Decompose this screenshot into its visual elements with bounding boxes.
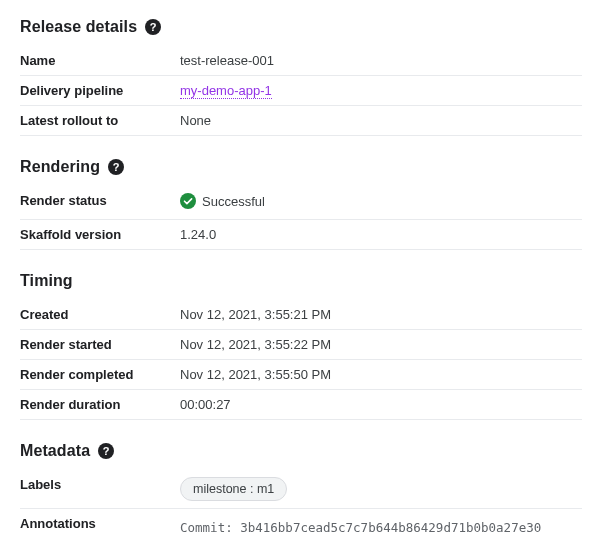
help-icon[interactable]: ?: [98, 443, 114, 459]
timing-title: Timing: [20, 272, 73, 290]
rendering-title: Rendering: [20, 158, 100, 176]
render-completed-value: Nov 12, 2021, 3:55:50 PM: [180, 360, 582, 390]
table-row: Skaffold version 1.24.0: [20, 220, 582, 250]
rendering-section: Rendering ? Render status Successful Ska…: [20, 158, 582, 250]
table-row: Latest rollout to None: [20, 106, 582, 136]
timing-section: Timing Created Nov 12, 2021, 3:55:21 PM …: [20, 272, 582, 420]
metadata-table: Labels milestone : m1 Annotations Commit…: [20, 470, 582, 535]
rendering-header: Rendering ?: [20, 158, 582, 176]
render-status-value: Successful: [202, 194, 265, 209]
release-details-table: Name test-release-001 Delivery pipeline …: [20, 46, 582, 136]
pipeline-link[interactable]: my-demo-app-1: [180, 83, 272, 99]
table-row: Render completed Nov 12, 2021, 3:55:50 P…: [20, 360, 582, 390]
render-started-label: Render started: [20, 330, 180, 360]
created-value: Nov 12, 2021, 3:55:21 PM: [180, 300, 582, 330]
rollout-value: None: [180, 106, 582, 136]
table-row: Delivery pipeline my-demo-app-1: [20, 76, 582, 106]
render-completed-label: Render completed: [20, 360, 180, 390]
skaffold-value: 1.24.0: [180, 220, 582, 250]
help-icon[interactable]: ?: [145, 19, 161, 35]
release-details-header: Release details ?: [20, 18, 582, 36]
table-row: Labels milestone : m1: [20, 470, 582, 509]
metadata-header: Metadata ?: [20, 442, 582, 460]
render-duration-label: Render duration: [20, 390, 180, 420]
help-icon[interactable]: ?: [108, 159, 124, 175]
skaffold-label: Skaffold version: [20, 220, 180, 250]
created-label: Created: [20, 300, 180, 330]
render-started-value: Nov 12, 2021, 3:55:22 PM: [180, 330, 582, 360]
timing-table: Created Nov 12, 2021, 3:55:21 PM Render …: [20, 300, 582, 420]
table-row: Render started Nov 12, 2021, 3:55:22 PM: [20, 330, 582, 360]
name-value: test-release-001: [180, 46, 582, 76]
status-badge: Successful: [180, 193, 265, 209]
name-label: Name: [20, 46, 180, 76]
render-status-label: Render status: [20, 186, 180, 220]
annotations-value: Commit: 3b416bb7cead5c7c7b644b86429d71b0…: [180, 516, 582, 535]
rendering-table: Render status Successful Skaffold versio…: [20, 186, 582, 250]
metadata-title: Metadata: [20, 442, 90, 460]
timing-header: Timing: [20, 272, 582, 290]
table-row: Created Nov 12, 2021, 3:55:21 PM: [20, 300, 582, 330]
pipeline-label: Delivery pipeline: [20, 76, 180, 106]
table-row: Render status Successful: [20, 186, 582, 220]
table-row: Annotations Commit: 3b416bb7cead5c7c7b64…: [20, 509, 582, 536]
label-chip[interactable]: milestone : m1: [180, 477, 287, 501]
rollout-label: Latest rollout to: [20, 106, 180, 136]
table-row: Name test-release-001: [20, 46, 582, 76]
svg-point-0: [180, 193, 196, 209]
checkmark-circle-icon: [180, 193, 196, 209]
release-details-title: Release details: [20, 18, 137, 36]
metadata-section: Metadata ? Labels milestone : m1 Annotat…: [20, 442, 582, 535]
release-details-section: Release details ? Name test-release-001 …: [20, 18, 582, 136]
annotations-label: Annotations: [20, 509, 180, 536]
annotation-commit: Commit: 3b416bb7cead5c7c7b644b86429d71b0…: [180, 516, 582, 535]
render-duration-value: 00:00:27: [180, 390, 582, 420]
labels-label: Labels: [20, 470, 180, 509]
table-row: Render duration 00:00:27: [20, 390, 582, 420]
